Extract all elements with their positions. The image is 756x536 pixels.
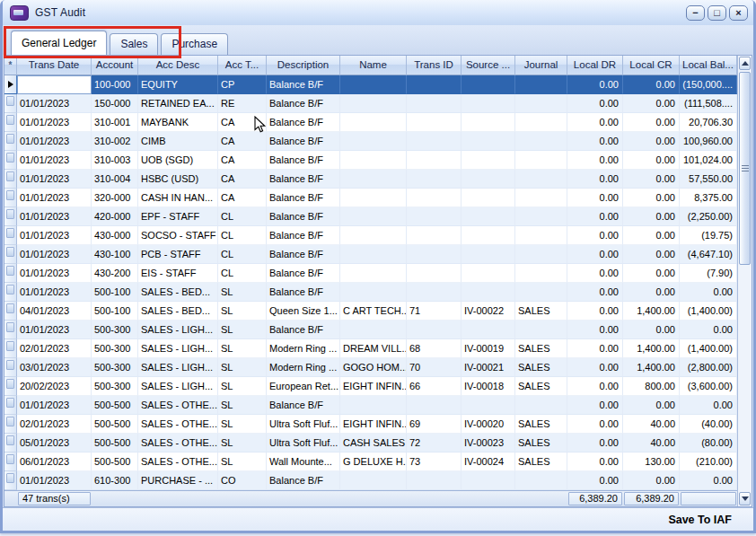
cell-dr[interactable]: 0.00 [567,339,623,358]
cell-date[interactable]: 01/01/2023 [17,283,92,302]
cell-type[interactable]: RE [218,94,267,113]
cell-name[interactable] [340,226,407,245]
cell-journal[interactable] [515,245,567,264]
column-header-description[interactable]: Description [267,56,340,75]
cell-date[interactable]: 01/01/2023 [17,226,92,245]
cell-journal[interactable]: SALES [515,434,567,453]
cell-desc[interactable]: SALES - LIGH... [138,377,218,396]
cell-account[interactable]: 320-000 [92,189,138,207]
cell-bal[interactable]: (1,400.00) [680,339,737,358]
cell-date[interactable]: 01/01/2023 [17,245,92,264]
cell-account[interactable]: 310-003 [92,151,138,170]
scroll-down-button[interactable] [739,492,751,505]
cell-cr[interactable]: 0.00 [623,471,680,490]
cell-date[interactable]: 01/01/2023 [17,75,92,94]
column-header-cr[interactable]: Local CR [623,56,680,75]
cell-date[interactable]: 01/01/2023 [17,151,92,170]
cell-type[interactable]: SL [218,434,267,453]
cell-date[interactable]: 04/01/2023 [17,302,92,321]
cell-date[interactable]: 05/01/2023 [17,434,92,453]
cell-name[interactable] [340,396,407,415]
cell-description[interactable]: Balance B/F [267,396,340,415]
column-header-name[interactable]: Name [340,56,407,75]
cell-trans-id[interactable] [407,245,462,264]
cell-type[interactable]: CA [218,189,267,207]
cell-journal[interactable]: SALES [515,377,567,396]
cell-source[interactable] [462,170,515,189]
cell-dr[interactable]: 0.00 [567,226,623,245]
cell-desc[interactable]: EQUITY [138,75,218,94]
scrollbar-track[interactable] [738,71,752,491]
row-indicator[interactable] [4,264,17,283]
table-row[interactable]: 03/01/2023500-300SALES - LIGH...SLModern… [4,358,737,377]
cell-account[interactable]: 500-300 [92,377,138,396]
cell-description[interactable]: Balance B/F [267,264,340,283]
table-row[interactable]: 01/01/2023310-002CIMBCABalance B/F0.000.… [4,132,737,151]
cell-source[interactable]: IV-00020 [462,415,515,434]
cell-cr[interactable]: 0.00 [623,396,680,415]
cell-bal[interactable]: (210.00) [680,453,737,471]
cell-description[interactable]: Balance B/F [267,94,340,113]
cell-desc[interactable]: SALES - LIGH... [138,321,218,339]
cell-name[interactable]: EIGHT INFIN... [340,415,407,434]
row-indicator[interactable] [4,113,17,132]
cell-desc[interactable]: SALES - OTHE... [138,396,218,415]
cell-journal[interactable] [515,75,567,94]
row-indicator[interactable] [4,339,17,358]
table-row[interactable]: 05/01/2023500-500SALES - OTHE...SLUltra … [4,434,737,453]
cell-description[interactable]: Wall Mounte... [267,453,340,471]
cell-trans-id[interactable] [407,226,462,245]
cell-dr[interactable]: 0.00 [567,94,623,113]
cell-description[interactable]: Modern Ring ... [267,358,340,377]
cell-dr[interactable]: 0.00 [567,170,623,189]
cell-date[interactable]: 01/01/2023 [17,113,92,132]
row-indicator[interactable] [4,207,17,226]
cell-cr[interactable]: 40.00 [623,434,680,453]
cell-type[interactable]: CA [218,113,267,132]
cell-bal[interactable]: 101,024.00 [680,151,737,170]
cell-desc[interactable]: SALES - OTHE... [138,415,218,434]
cell-trans-id[interactable] [407,94,462,113]
cell-desc[interactable]: SALES - BED... [138,283,218,302]
cell-source[interactable] [462,132,515,151]
cell-desc[interactable]: SOCSO - STAFF [138,226,218,245]
cell-type[interactable]: CA [218,170,267,189]
cell-desc[interactable]: EIS - STAFF [138,264,218,283]
title-bar[interactable]: GST Audit − □ × [3,0,753,25]
cell-description[interactable]: Balance B/F [267,151,340,170]
table-row[interactable]: 01/01/2023310-003UOB (SGD)CABalance B/F0… [4,151,737,170]
row-indicator[interactable] [4,170,17,189]
cell-account[interactable]: 430-100 [92,245,138,264]
table-row[interactable]: 02/01/2023500-300SALES - LIGH...SLModern… [4,339,737,358]
cell-cr[interactable]: 0.00 [623,113,680,132]
cell-date[interactable]: 01/01/2023 [17,170,92,189]
cell-type[interactable]: SL [218,321,267,339]
cell-journal[interactable]: SALES [515,302,567,321]
cell-date[interactable]: 01/01/2023 [17,189,92,207]
cell-source[interactable] [462,207,515,226]
cell-trans-id[interactable]: 68 [407,339,462,358]
cell-type[interactable]: CL [218,226,267,245]
cell-account[interactable]: 500-300 [92,321,138,339]
cell-desc[interactable]: MAYBANK [138,113,218,132]
row-indicator[interactable] [4,358,17,377]
cell-dr[interactable]: 0.00 [567,207,623,226]
table-row[interactable]: 01/01/2023310-004HSBC (USD)CABalance B/F… [4,170,737,189]
scrollbar-thumb[interactable] [739,72,751,265]
column-header-desc[interactable]: Acc Desc [138,56,218,75]
cell-cr[interactable]: 0.00 [623,132,680,151]
cell-trans-id[interactable]: 71 [407,302,462,321]
table-row[interactable]: 01/01/2023320-000CASH IN HAN...CABalance… [4,189,737,207]
cell-dr[interactable]: 0.00 [567,453,623,471]
column-header-bal[interactable]: Local Bal... [680,56,737,75]
cell-date[interactable]: 03/01/2023 [17,358,92,377]
tab-general-ledger[interactable]: General Ledger [11,31,107,55]
cell-cr[interactable]: 0.00 [623,75,680,94]
cell-dr[interactable]: 0.00 [567,434,623,453]
cell-journal[interactable] [515,321,567,339]
cell-desc[interactable]: PCB - STAFF [138,245,218,264]
cell-type[interactable]: CA [218,151,267,170]
cell-bal[interactable]: 20,706.30 [680,113,737,132]
cell-bal[interactable]: (7.90) [680,264,737,283]
cell-cr[interactable]: 40.00 [623,415,680,434]
